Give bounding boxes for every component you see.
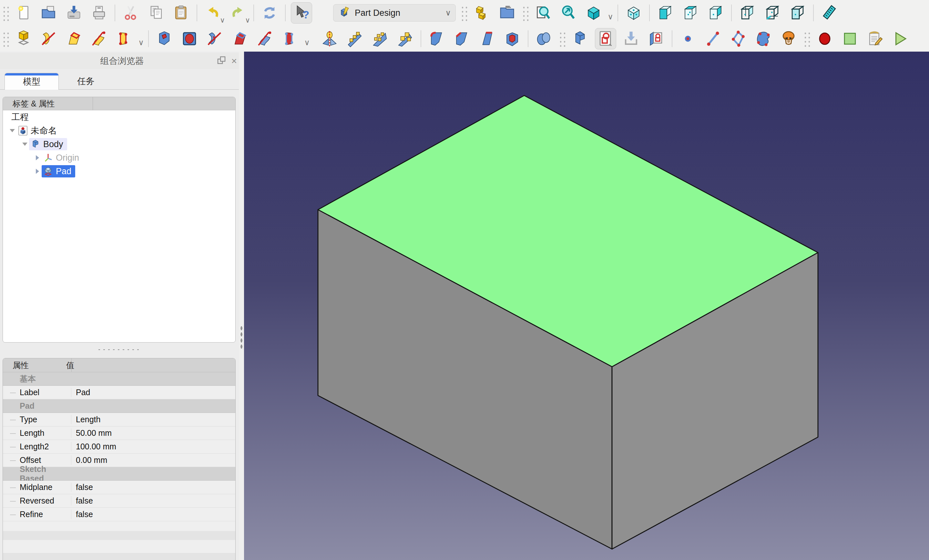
- measure-distance-button[interactable]: [819, 3, 840, 23]
- property-value[interactable]: 0.00 mm: [71, 456, 107, 465]
- save-document-button[interactable]: [64, 3, 84, 23]
- dropdown-arrow[interactable]: ∨: [245, 17, 250, 24]
- property-group-基本[interactable]: 基本: [3, 372, 235, 386]
- splitter-grip-dots[interactable]: [240, 325, 243, 350]
- view-left-button[interactable]: [787, 3, 808, 23]
- datum-point-button[interactable]: [678, 28, 698, 49]
- property-value[interactable]: Length: [71, 415, 100, 424]
- undo-button[interactable]: ∨: [202, 3, 223, 23]
- toolbar-grip[interactable]: [460, 5, 468, 21]
- shape-binder-button[interactable]: [753, 28, 774, 49]
- view-axonometric-button[interactable]: [623, 3, 644, 23]
- edit-sketch-button[interactable]: [621, 28, 641, 49]
- view-front-button[interactable]: [655, 3, 676, 23]
- property-row-length2[interactable]: Length2100.00 mm: [3, 440, 235, 454]
- linear-pattern-button[interactable]: [345, 28, 365, 49]
- subtractive-pipe-button[interactable]: [255, 28, 275, 49]
- polar-pattern-button[interactable]: [369, 28, 390, 49]
- draft-button[interactable]: [477, 28, 497, 49]
- boolean-operation-button[interactable]: [533, 28, 554, 49]
- groove-button[interactable]: [204, 28, 225, 49]
- tree-item-origin[interactable]: Origin: [3, 151, 235, 165]
- multitransform-button[interactable]: [395, 28, 415, 49]
- view-top-button[interactable]: [680, 3, 701, 23]
- property-value[interactable]: 100.00 mm: [71, 442, 116, 451]
- horizontal-splitter-handle[interactable]: [97, 348, 142, 350]
- chamfer-button[interactable]: [452, 28, 472, 49]
- pocket-button[interactable]: [154, 28, 175, 49]
- datum-line-button[interactable]: [703, 28, 724, 49]
- dropdown-arrow[interactable]: ∨: [606, 3, 615, 23]
- dropdown-arrow[interactable]: ∨: [220, 17, 225, 24]
- property-value[interactable]: false: [71, 496, 93, 505]
- create-group-button[interactable]: [497, 3, 517, 23]
- combo-view-titlebar[interactable]: 组合浏览器 ×: [0, 53, 244, 69]
- property-row-refine[interactable]: Refinefalse: [3, 508, 235, 521]
- property-value[interactable]: Pad: [71, 388, 90, 397]
- tab-model[interactable]: 模型: [5, 73, 59, 90]
- additive-loft-button[interactable]: [64, 28, 84, 49]
- dropdown-arrow[interactable]: ∨: [303, 28, 311, 49]
- property-row-label[interactable]: LabelPad: [3, 386, 235, 399]
- redo-button[interactable]: ∨: [228, 3, 248, 23]
- collapse-arrow-icon[interactable]: [8, 127, 17, 135]
- clone-button[interactable]: [778, 28, 799, 49]
- property-group-pad[interactable]: Pad: [3, 399, 235, 413]
- dropdown-arrow[interactable]: ∨: [137, 28, 145, 49]
- datum-plane-button[interactable]: [728, 28, 748, 49]
- macro-execute-button[interactable]: [890, 28, 911, 49]
- tree-item-pad[interactable]: Pad: [3, 165, 235, 178]
- collapse-arrow-icon[interactable]: [21, 140, 29, 148]
- tree-item-未命名[interactable]: 未命名: [3, 124, 235, 138]
- open-document-button[interactable]: [38, 3, 59, 23]
- tree-item-工程[interactable]: 工程: [3, 110, 235, 124]
- create-sketch-button[interactable]: [595, 28, 616, 49]
- view-right-button[interactable]: [705, 3, 726, 23]
- property-value[interactable]: 50.00 mm: [71, 428, 112, 438]
- toolbar-grip[interactable]: [558, 30, 566, 47]
- tree-item-body[interactable]: Body: [3, 138, 235, 151]
- panel-viewport-splitter[interactable]: [239, 52, 244, 560]
- paste-button[interactable]: [171, 3, 192, 23]
- macro-edit-button[interactable]: [865, 28, 885, 49]
- map-sketch-to-face-button[interactable]: [646, 28, 667, 49]
- toolbar-grip[interactable]: [521, 5, 529, 21]
- toolbar-grip[interactable]: [1, 5, 10, 21]
- 3d-viewport[interactable]: [244, 52, 929, 560]
- view-isometric-button[interactable]: [583, 3, 604, 23]
- pad-button[interactable]: [13, 28, 34, 49]
- create-part-button[interactable]: [472, 3, 492, 23]
- property-row-length[interactable]: Length50.00 mm: [3, 427, 235, 440]
- subtractive-helix-button[interactable]: [280, 28, 300, 49]
- subtractive-loft-button[interactable]: [230, 28, 250, 49]
- workbench-selector[interactable]: Part Design∨: [333, 4, 456, 21]
- toolbar-grip[interactable]: [1, 30, 10, 47]
- additive-helix-button[interactable]: [114, 28, 135, 49]
- copy-button[interactable]: [146, 3, 166, 23]
- property-value[interactable]: false: [71, 510, 93, 519]
- property-group-sketch-based[interactable]: Sketch Based: [3, 467, 235, 480]
- fit-all-button[interactable]: [533, 3, 553, 23]
- property-row-type[interactable]: TypeLength: [3, 413, 235, 427]
- macro-stop-button[interactable]: [840, 28, 860, 49]
- undock-icon[interactable]: [217, 56, 226, 66]
- tab-tasks[interactable]: 任务: [59, 73, 113, 90]
- view-rear-button[interactable]: [737, 3, 757, 23]
- whats-this-button[interactable]: ?: [291, 2, 312, 23]
- property-row-reversed[interactable]: Reversedfalse: [3, 494, 235, 508]
- expand-arrow-icon[interactable]: [33, 167, 41, 176]
- close-icon[interactable]: ×: [231, 56, 237, 66]
- view-bottom-button[interactable]: [762, 3, 783, 23]
- print-button[interactable]: [89, 3, 109, 23]
- thickness-button[interactable]: [502, 28, 523, 49]
- expand-arrow-icon[interactable]: [33, 153, 41, 162]
- fillet-button[interactable]: [426, 28, 447, 49]
- additive-pipe-button[interactable]: [89, 28, 109, 49]
- revolution-button[interactable]: [38, 28, 59, 49]
- cut-button[interactable]: [120, 3, 141, 23]
- create-body-button[interactable]: [570, 28, 590, 49]
- refresh-button[interactable]: [259, 3, 280, 23]
- macro-record-button[interactable]: [814, 28, 835, 49]
- toolbar-grip[interactable]: [802, 30, 811, 47]
- mirrored-button[interactable]: [319, 28, 340, 49]
